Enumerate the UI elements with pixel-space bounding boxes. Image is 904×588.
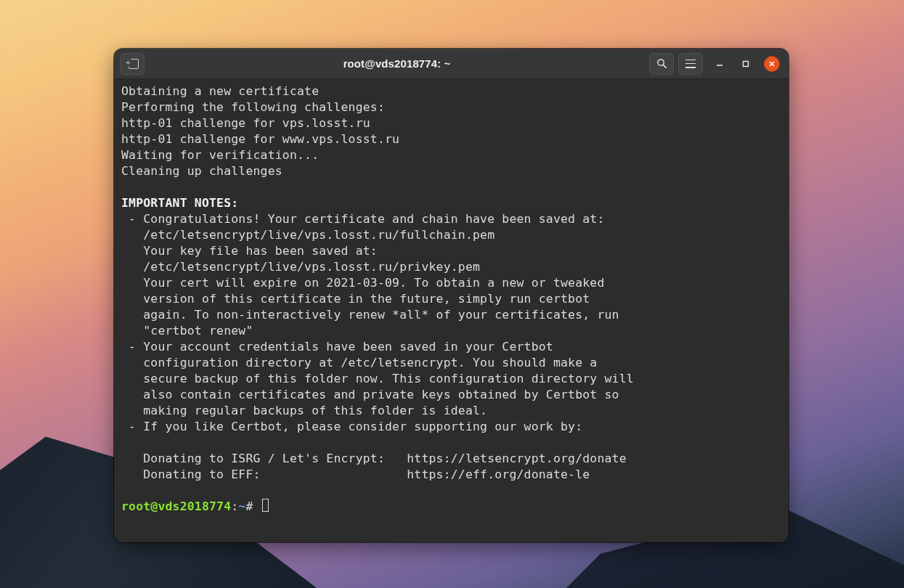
hamburger-icon <box>685 60 696 68</box>
terminal-output[interactable]: Obtaining a new certificate Performing t… <box>114 79 789 542</box>
titlebar[interactable]: root@vds2018774: ~ <box>114 49 789 79</box>
menu-button[interactable] <box>678 53 703 75</box>
terminal-window: root@vds2018774: ~ <box>114 49 789 542</box>
notes-heading: IMPORTANT NOTES: <box>121 196 238 210</box>
prompt-sep: : <box>231 499 238 513</box>
close-button[interactable] <box>764 56 780 72</box>
search-icon <box>656 58 667 69</box>
prompt-user: root@vds2018774 <box>121 499 231 513</box>
new-tab-button[interactable] <box>120 53 144 75</box>
minimize-icon <box>716 60 723 68</box>
maximize-icon <box>742 60 749 68</box>
prompt-path: ~ <box>238 499 245 513</box>
maximize-button[interactable] <box>738 56 754 72</box>
window-title: root@vds2018774: ~ <box>149 57 645 70</box>
new-tab-icon <box>126 59 138 69</box>
search-button[interactable] <box>649 53 674 75</box>
output-intro: Obtaining a new certificate Performing t… <box>121 84 399 178</box>
svg-rect-3 <box>744 61 749 66</box>
minimize-button[interactable] <box>712 56 728 72</box>
cursor <box>262 499 269 512</box>
close-icon <box>768 60 775 68</box>
prompt-symbol: # <box>245 499 260 513</box>
window-controls <box>712 56 780 72</box>
output-notes: - Congratulations! Your certificate and … <box>121 212 634 481</box>
svg-line-1 <box>663 65 666 68</box>
